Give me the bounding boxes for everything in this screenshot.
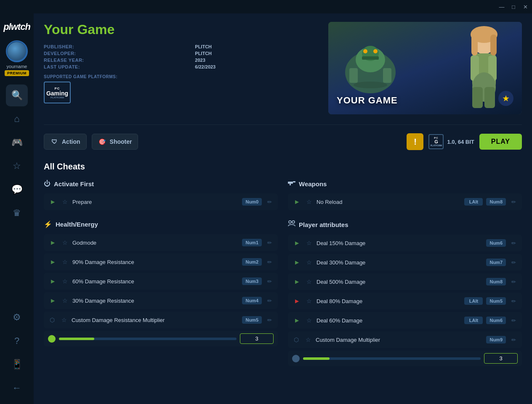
cheat-custom-damage: ⬡ ☆ Custom Damage Multiplier Num9 ✏: [288, 331, 522, 348]
play-deal80-button[interactable]: ▶: [292, 296, 301, 306]
edit-deal300-button[interactable]: ✏: [509, 258, 518, 267]
play-noreload-button[interactable]: ▶: [292, 197, 301, 206]
pc-bottom-text: PLATFORM: [51, 96, 64, 99]
minimize-button[interactable]: —: [498, 3, 505, 10]
sidebar-item-search[interactable]: 🔍: [6, 84, 28, 106]
premium-badge: PREMIUM: [5, 70, 29, 76]
key-deal80-num5: Num5: [486, 297, 506, 305]
resistance-slider-input[interactable]: [240, 333, 274, 344]
cheat-60dmg: ▶ ☆ 60% Damage Resistance Num3 ✏: [44, 273, 278, 290]
close-button[interactable]: ✕: [522, 3, 529, 10]
star-noreload-button[interactable]: ☆: [305, 198, 313, 206]
sidebar-item-messages[interactable]: 💬: [6, 179, 28, 201]
sidebar-item-mobile[interactable]: 📱: [6, 354, 28, 375]
lock-resistance-icon: ⬡: [48, 316, 56, 324]
edit-deal80-button[interactable]: ✏: [509, 297, 518, 305]
sidebar-item-help[interactable]: ?: [6, 330, 28, 352]
star-deal500-button[interactable]: ☆: [305, 277, 313, 286]
sidebar-item-games[interactable]: 🎮: [6, 132, 28, 153]
avatar[interactable]: [6, 40, 28, 62]
star-deal60-button[interactable]: ☆: [305, 316, 313, 325]
play-godmode-button[interactable]: ▶: [48, 238, 57, 247]
play-prepare-button[interactable]: ▶: [48, 197, 57, 206]
damage-slider-track[interactable]: [303, 357, 481, 360]
divider: [44, 124, 522, 125]
edit-godmode-button[interactable]: ✏: [265, 238, 274, 247]
key-90dmg: Num2: [242, 258, 262, 266]
section-weapons-header: Weapons: [288, 180, 522, 187]
play-deal500-button[interactable]: ▶: [292, 277, 301, 286]
key-deal300: Num7: [486, 259, 506, 266]
cheat-prepare-name: Prepare: [72, 199, 239, 205]
cheat-noreload-name: No Reload: [317, 199, 461, 205]
key-prepare: Num0: [242, 198, 262, 206]
pc-gaming-text: Gaming: [46, 90, 68, 96]
warning-icon[interactable]: !: [407, 133, 423, 150]
edit-prepare-button[interactable]: ✏: [265, 198, 274, 206]
svg-point-4: [373, 49, 378, 53]
cheat-30dmg: ▶ ☆ 30% Damage Resistance Num4 ✏: [44, 292, 278, 309]
star-damage-button[interactable]: ☆: [304, 335, 312, 344]
lock-damage-icon: ⬡: [292, 335, 301, 344]
edit-damage-button[interactable]: ✏: [509, 335, 518, 344]
settings-icon: ⚙: [13, 312, 21, 323]
play-60dmg-button[interactable]: ▶: [48, 277, 57, 286]
cheat-deal60-name: Deal 60% Damage: [317, 317, 461, 324]
sidebar-item-back[interactable]: ←: [6, 377, 28, 399]
edit-60dmg-button[interactable]: ✏: [265, 277, 274, 285]
power-icon: ⏻: [44, 180, 51, 187]
star-godmode-button[interactable]: ☆: [61, 238, 69, 247]
damage-slider-input[interactable]: [484, 353, 518, 364]
favorites-icon: ☆: [13, 161, 21, 172]
star-deal150-button[interactable]: ☆: [305, 239, 313, 247]
edit-90dmg-button[interactable]: ✏: [265, 258, 274, 266]
section-activate-first: ⏻ Activate First ▶ ☆ Prepare Num0 ✏: [44, 180, 278, 210]
edit-noreload-button[interactable]: ✏: [509, 198, 518, 206]
sidebar-item-settings[interactable]: ⚙: [6, 306, 28, 328]
edit-resistance-button[interactable]: ✏: [265, 316, 274, 324]
star-30dmg-button[interactable]: ☆: [61, 296, 69, 305]
play-deal300-button[interactable]: ▶: [292, 258, 301, 267]
user-area: yourname PREMIUM: [5, 40, 29, 76]
maximize-button[interactable]: □: [510, 3, 517, 10]
update-value: 6/22/2023: [195, 64, 318, 69]
edit-deal150-button[interactable]: ✏: [509, 239, 518, 247]
svg-point-3: [363, 49, 367, 53]
play-deal150-button[interactable]: ▶: [292, 238, 301, 248]
play-deal60-button[interactable]: ▶: [292, 316, 301, 325]
sidebar-item-home[interactable]: ⌂: [6, 108, 28, 130]
cheats-title: All Cheats: [44, 162, 522, 172]
svg-rect-6: [349, 68, 358, 83]
version-info: PC G PLATFORM 1.0, 64 BIT: [428, 134, 474, 149]
edit-deal500-button[interactable]: ✏: [509, 277, 518, 286]
section-activate-first-header: ⏻ Activate First: [44, 180, 278, 187]
resistance-slider-track[interactable]: [59, 338, 237, 340]
sidebar-item-crown[interactable]: ♛: [6, 202, 28, 224]
star-resistance-button[interactable]: ☆: [60, 316, 68, 324]
star-deal80-button[interactable]: ☆: [305, 297, 313, 305]
game-meta: PUBLISHER: PLITCH DEVELOPER: PLITCH RELE…: [44, 44, 318, 69]
play-30dmg-button[interactable]: ▶: [48, 296, 57, 305]
star-prepare-button[interactable]: ☆: [61, 198, 69, 206]
resistance-slider-dot: [48, 335, 56, 343]
update-label: LAST UPDATE:: [44, 64, 186, 69]
play-90dmg-button[interactable]: ▶: [48, 257, 57, 267]
edit-deal60-button[interactable]: ✏: [509, 316, 518, 325]
shooter-tag[interactable]: 🎯 Shooter: [92, 134, 138, 150]
svg-rect-19: [288, 182, 293, 184]
controls-row: 🛡 Action 🎯 Shooter ! PC G PLATFORM 1.0, …: [44, 133, 522, 150]
username-label: yourname: [7, 64, 27, 69]
star-deal300-button[interactable]: ☆: [305, 258, 313, 267]
sidebar-bottom: ⚙ ? 📱 ←: [6, 306, 28, 399]
key-custom-damage: Num9: [486, 336, 506, 343]
star-60dmg-button[interactable]: ☆: [61, 277, 69, 285]
edit-30dmg-button[interactable]: ✏: [265, 296, 274, 305]
sidebar-nav: 🔍 ⌂ 🎮 ☆ 💬 ♛: [0, 84, 34, 224]
cheat-custom-resistance: ⬡ ☆ Custom Damage Resistance Multiplier …: [44, 312, 278, 328]
sidebar-item-favorites[interactable]: ☆: [6, 155, 28, 177]
section-weapons: Weapons ▶ ☆ No Reload LAlt Num8 ✏: [288, 180, 522, 210]
play-button[interactable]: PLAY: [479, 134, 522, 150]
svg-rect-15: [484, 87, 495, 108]
action-tag[interactable]: 🛡 Action: [44, 134, 87, 150]
star-90dmg-button[interactable]: ☆: [61, 258, 69, 266]
